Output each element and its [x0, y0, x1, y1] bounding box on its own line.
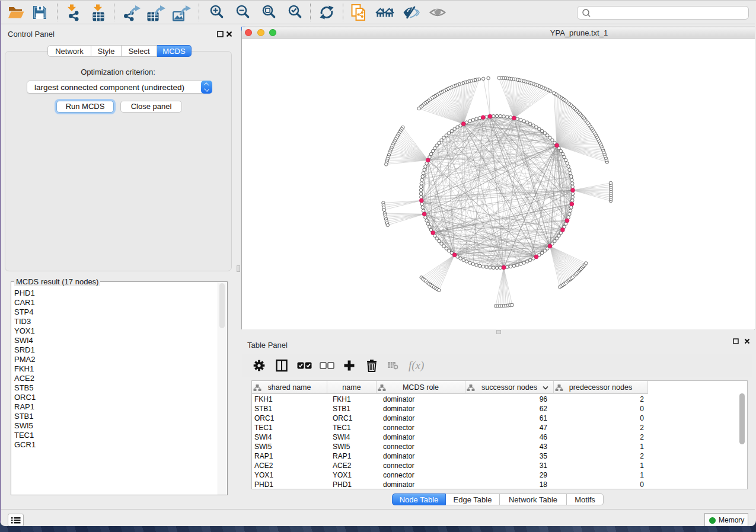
svg-text:f(x): f(x)	[409, 359, 424, 372]
